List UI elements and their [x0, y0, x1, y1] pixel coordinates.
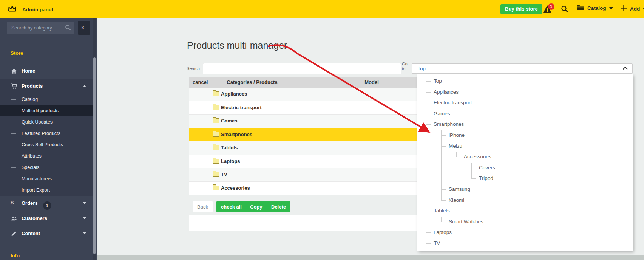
product-search-input[interactable] — [203, 63, 401, 74]
folder-icon — [213, 118, 219, 123]
sidebar-item-quick-updates[interactable]: Quick Updates — [0, 116, 94, 128]
app-title: Admin panel — [22, 7, 53, 12]
folder-icon — [213, 105, 219, 110]
horizontal-scrollbar[interactable] — [97, 255, 644, 260]
sidebar-item-multiedit-products[interactable]: Multiedit products — [0, 105, 94, 116]
sidebar-item-catalog[interactable]: Catalog — [0, 94, 94, 105]
tree-item-tripod[interactable]: Tripod — [479, 175, 493, 181]
sidebar: ⇤ Store Home Products CatalogMultiedit p… — [0, 18, 97, 260]
sidebar-item-label: Products — [22, 83, 43, 89]
category-cell: Accessories — [213, 185, 250, 191]
tree-node-tablets: TabletsSmart Watches — [426, 206, 633, 227]
column-header-model: Model — [334, 79, 409, 85]
tree-item-tv[interactable]: TV — [434, 240, 440, 246]
sidebar-item-cross-sell-products[interactable]: Cross Sell Products — [0, 139, 94, 150]
brand: Admin panel — [8, 5, 53, 14]
magnifier-icon — [65, 25, 71, 32]
sidebar-item-content[interactable]: Content — [0, 226, 94, 241]
sidebar-item-manufacturers[interactable]: Manufacturers — [0, 173, 94, 184]
tree-node-tripod: Tripod — [471, 173, 633, 184]
tree-item-meizu[interactable]: Meizu — [449, 143, 462, 149]
tree-node-xiaomi: Xiaomi — [441, 195, 633, 206]
tree-item-appliances[interactable]: Appliances — [434, 89, 459, 95]
sidebar-scrollbar-thumb[interactable] — [93, 57, 96, 254]
tree-node-accessories: AccessoriesCoversTripod — [456, 152, 633, 184]
chevron-down-icon — [83, 217, 86, 219]
column-header-categories: Categories / Products — [210, 79, 295, 85]
cart-icon — [11, 83, 17, 90]
sidebar-item-label: Home — [22, 68, 35, 74]
chevron-down-icon — [83, 232, 86, 234]
back-button[interactable]: Back — [193, 201, 213, 212]
tree-item-accessories[interactable]: Accessories — [464, 154, 491, 159]
tree-item-laptops[interactable]: Laptops — [434, 229, 452, 235]
sidebar-item-specials[interactable]: Specials — [0, 162, 94, 173]
sidebar-item-customers[interactable]: Customers — [0, 211, 94, 226]
delete-button[interactable]: Delete — [267, 201, 290, 212]
category-cell: Games — [213, 118, 237, 124]
tree-item-smart-watches[interactable]: Smart Watches — [449, 219, 483, 224]
category-cell: Electric transport — [213, 105, 262, 110]
chevron-up-icon — [623, 67, 628, 71]
plus-icon — [620, 5, 627, 13]
catalog-menu-label: Catalog — [587, 5, 606, 11]
tree-item-electric-transport[interactable]: Electric transport — [434, 100, 472, 105]
sidebar-item-import-export[interactable]: Import Export — [0, 184, 94, 196]
page-title: Products multi-manager — [187, 40, 287, 51]
topbar-search-button[interactable] — [561, 5, 568, 14]
sidebar-item-attributes[interactable]: Attributes — [0, 150, 94, 162]
add-menu-label: Add — [630, 6, 640, 12]
category-cell: Laptops — [213, 158, 240, 164]
customers-icon — [11, 215, 17, 222]
goto-category-select[interactable]: Top — [412, 63, 633, 74]
tree-item-xiaomi[interactable]: Xiaomi — [449, 197, 464, 203]
sidebar-search-input[interactable] — [7, 22, 74, 34]
folder-icon — [213, 159, 219, 164]
tree-item-iphone[interactable]: iPhone — [449, 132, 465, 138]
tree-node-tv: TV — [426, 238, 633, 249]
topbar-add-menu[interactable]: Add — [620, 5, 644, 13]
chevron-down-icon — [642, 8, 644, 10]
check-all-button[interactable]: check all — [216, 201, 246, 212]
sidebar-item-home[interactable]: Home — [0, 63, 94, 79]
tree-item-top[interactable]: Top — [434, 78, 442, 84]
search-label: Search: — [170, 66, 201, 71]
tree-node-electric-transport: Electric transport — [426, 98, 633, 108]
tree-item-covers[interactable]: Covers — [479, 165, 495, 170]
copy-button[interactable]: Copy — [246, 201, 267, 212]
topbar-catalog-menu[interactable]: Catalog — [576, 5, 613, 12]
search-icon — [561, 7, 568, 14]
tree-node-covers: Covers — [471, 162, 633, 173]
folder-icon — [576, 5, 584, 12]
tree-node-smartphones: SmartphonesiPhoneMeizuAccessoriesCoversT… — [426, 119, 633, 206]
folder-icon — [213, 145, 219, 150]
tree-node-games: Games — [426, 108, 633, 119]
tree-item-smartphones[interactable]: Smartphones — [434, 121, 464, 127]
topbar: Admin panel Buy this store 1 Catalog Ad — [0, 0, 644, 18]
buy-store-button[interactable]: Buy this store — [500, 4, 542, 14]
sidebar-item-label: Customers — [22, 215, 47, 221]
tree-node-iphone: iPhone — [441, 130, 633, 141]
category-cell: Tablets — [213, 145, 238, 150]
tree-item-tablets[interactable]: Tablets — [434, 208, 450, 214]
category-cell: Smartphones — [213, 132, 252, 137]
column-header-cancel: cancel — [193, 79, 208, 85]
sidebar-item-products[interactable]: Products — [0, 79, 94, 94]
folder-icon — [213, 186, 219, 190]
warnings-button[interactable]: 1 — [543, 5, 556, 14]
tree-item-samsung[interactable]: Samsung — [449, 186, 470, 192]
tree-node-appliances: Appliances — [426, 87, 633, 98]
collapse-sidebar-button[interactable]: ⇤ — [78, 21, 90, 35]
warning-count-badge: 1 — [548, 3, 554, 10]
goto-select-value: Top — [417, 66, 426, 71]
tree-node-samsung: Samsung — [441, 184, 633, 195]
category-cell: TV — [213, 172, 227, 177]
tree-item-games[interactable]: Games — [434, 111, 450, 116]
sidebar-item-orders[interactable]: $ Orders1 — [0, 196, 94, 211]
folder-icon — [213, 132, 219, 137]
category-tree-dropdown: TopAppliancesElectric transportGamesSmar… — [417, 74, 633, 251]
sidebar-item-featured-products[interactable]: Featured Products — [0, 128, 94, 139]
folder-icon — [213, 91, 219, 96]
sidebar-section-store: Store — [11, 50, 23, 56]
home-icon — [11, 68, 17, 74]
